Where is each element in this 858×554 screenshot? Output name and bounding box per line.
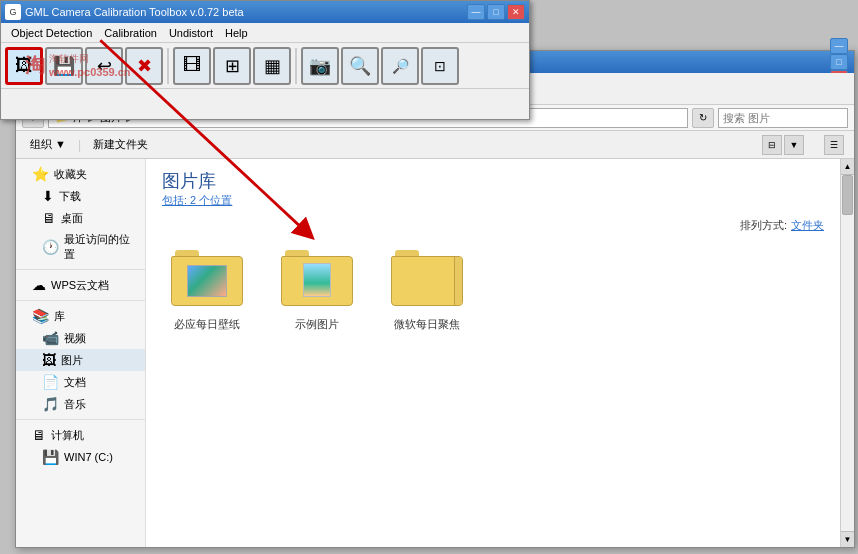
sidebar-item-downloads[interactable]: ⬇ 下载 (16, 185, 145, 207)
layout-toggle[interactable]: ☰ (824, 135, 844, 155)
toolbar-zoom-in-button[interactable]: 🔍 (341, 47, 379, 85)
drive-label: WIN7 (C:) (64, 451, 113, 463)
folder-icon-2 (277, 245, 357, 313)
gml-title: GML Camera Calibration Toolbox v.0.72 be… (25, 6, 467, 18)
downloads-label: 下载 (59, 189, 81, 204)
video-icon: 🎞 (183, 55, 201, 76)
library-title: 图片库 (162, 169, 824, 193)
explorer-minimize-button[interactable]: — (830, 38, 848, 54)
explorer-maximize-button[interactable]: □ (830, 54, 848, 70)
toolbar-fit-button[interactable]: ⊡ (421, 47, 459, 85)
favorites-section: ⭐ 收藏夹 ⬇ 下载 🖥 桌面 🕐 最近访问的位置 (16, 163, 145, 265)
maximize-button[interactable]: □ (487, 4, 505, 20)
camera-icon: 📷 (309, 55, 331, 77)
folder-preview-1 (187, 265, 227, 297)
content-area: 图片库 包括: 2 个位置 排列方式: 文件夹 (146, 159, 840, 547)
folder-body-3 (391, 256, 463, 306)
folder-item-sample[interactable]: 示例图片 (272, 245, 362, 332)
scroll-down-button[interactable]: ▼ (841, 531, 854, 547)
sidebar-item-computer[interactable]: 🖥 计算机 (16, 424, 145, 446)
music-label: 音乐 (64, 397, 86, 412)
sidebar-item-desktop[interactable]: 🖥 桌面 (16, 207, 145, 229)
close-button[interactable]: ✕ (507, 4, 525, 20)
recent-label: 最近访问的位置 (64, 232, 137, 262)
sidebar-item-c-drive[interactable]: 💾 WIN7 (C:) (16, 446, 145, 468)
folder-shape-2 (281, 250, 353, 308)
sidebar-item-music[interactable]: 🎵 音乐 (16, 393, 145, 415)
menu-help[interactable]: Help (219, 27, 254, 39)
toolbar-camera-button[interactable]: 📷 (301, 47, 339, 85)
sidebar-item-documents[interactable]: 📄 文档 (16, 371, 145, 393)
view-buttons: ⊟ ▼ ☰ (762, 135, 844, 155)
sidebar-item-library[interactable]: 📚 库 (16, 305, 145, 327)
sidebar-item-pictures[interactable]: 🖼 图片 (16, 349, 145, 371)
view-divider (806, 135, 822, 155)
sort-label: 排列方式: (740, 218, 787, 233)
folder-label-1: 必应每日壁纸 (174, 317, 240, 332)
recent-icon: 🕐 (42, 239, 59, 255)
scroll-thumb[interactable] (842, 175, 853, 215)
toolbar-close-button[interactable]: ✖ (125, 47, 163, 85)
content-header: 图片库 包括: 2 个位置 (162, 169, 824, 208)
folder-label-3: 微软每日聚焦 (394, 317, 460, 332)
wps-section: ☁ WPS云文档 (16, 274, 145, 296)
folder-item-msdn[interactable]: 微软每日聚焦 (382, 245, 472, 332)
explorer-actionbar: 组织 ▼ | 新建文件夹 ⊟ ▼ ☰ (16, 131, 854, 159)
computer-label: 计算机 (51, 428, 84, 443)
toolbar-video-button[interactable]: 🎞 (173, 47, 211, 85)
refresh-button[interactable]: ↻ (692, 108, 714, 128)
view-dropdown[interactable]: ▼ (784, 135, 804, 155)
explorer-window: 🖼 图片 — □ ✕ ◀ ▶ ↑ ● 📁 库 ▶ 图片 ▶ ↻ 组织 ▼ | 新… (15, 50, 855, 548)
library-subtitle[interactable]: 包括: 2 个位置 (162, 193, 824, 208)
music-icon: 🎵 (42, 396, 59, 412)
gml-icon: G (5, 4, 21, 20)
scroll-up-button[interactable]: ▲ (841, 159, 854, 175)
drive-icon: 💾 (42, 449, 59, 465)
library-label: 库 (54, 309, 65, 324)
pictures-label: 图片 (61, 353, 83, 368)
close-icon: ✖ (137, 55, 152, 77)
menu-undistort[interactable]: Undistort (163, 27, 219, 39)
folder-stripe-3 (454, 257, 462, 305)
sort-bar: 排列方式: 文件夹 (162, 218, 824, 233)
sidebar-item-wps[interactable]: ☁ WPS云文档 (16, 274, 145, 296)
desktop-icon: 🖥 (42, 210, 56, 226)
menu-object-detection[interactable]: Object Detection (5, 27, 98, 39)
sidebar-item-favorites[interactable]: ⭐ 收藏夹 (16, 163, 145, 185)
gml-toolbar: 🖼 💾 ↩ ✖ 🎞 ⊞ ▦ 📷 🔍 🔎 ⊡ (1, 43, 529, 89)
minimize-button[interactable]: — (467, 4, 485, 20)
toolbar-image-button[interactable]: 🖼 (5, 47, 43, 85)
organize-button[interactable]: 组织 ▼ (26, 135, 70, 154)
toolbar-grid1-button[interactable]: ⊞ (213, 47, 251, 85)
toolbar-zoom-out-button[interactable]: 🔎 (381, 47, 419, 85)
favorites-label: 收藏夹 (54, 167, 87, 182)
folder-item-biyingbizhi[interactable]: 必应每日壁纸 (162, 245, 252, 332)
toolbar-save-button[interactable]: 💾 (45, 47, 83, 85)
menu-calibration[interactable]: Calibration (98, 27, 163, 39)
folder-grid: 必应每日壁纸 示例图片 (162, 245, 824, 332)
favorites-icon: ⭐ (32, 166, 49, 182)
search-input[interactable] (718, 108, 848, 128)
folder-page-2 (303, 263, 331, 297)
view-icon-1[interactable]: ⊟ (762, 135, 782, 155)
folder-body-2 (281, 256, 353, 306)
new-folder-button[interactable]: 新建文件夹 (89, 135, 152, 154)
image-icon: 🖼 (15, 55, 33, 76)
grid2-icon: ▦ (264, 55, 281, 77)
sidebar-item-recent[interactable]: 🕐 最近访问的位置 (16, 229, 145, 265)
toolbar-open-button[interactable]: ↩ (85, 47, 123, 85)
gml-titlebar: G GML Camera Calibration Toolbox v.0.72 … (1, 1, 529, 23)
grid1-icon: ⊞ (225, 55, 240, 77)
sort-value[interactable]: 文件夹 (791, 218, 824, 233)
folder-label-2: 示例图片 (295, 317, 339, 332)
sidebar-divider-2 (16, 300, 145, 301)
sidebar-item-video[interactable]: 📹 视频 (16, 327, 145, 349)
scrollbar-vertical[interactable]: ▲ ▼ (840, 159, 854, 547)
toolbar-grid2-button[interactable]: ▦ (253, 47, 291, 85)
gml-menubar: Object Detection Calibration Undistort H… (1, 23, 529, 43)
computer-icon: 🖥 (32, 427, 46, 443)
fit-icon: ⊡ (434, 58, 446, 74)
library-icon: 📚 (32, 308, 49, 324)
folder-body-1 (171, 256, 243, 306)
toolbar-separator-2 (295, 48, 297, 84)
